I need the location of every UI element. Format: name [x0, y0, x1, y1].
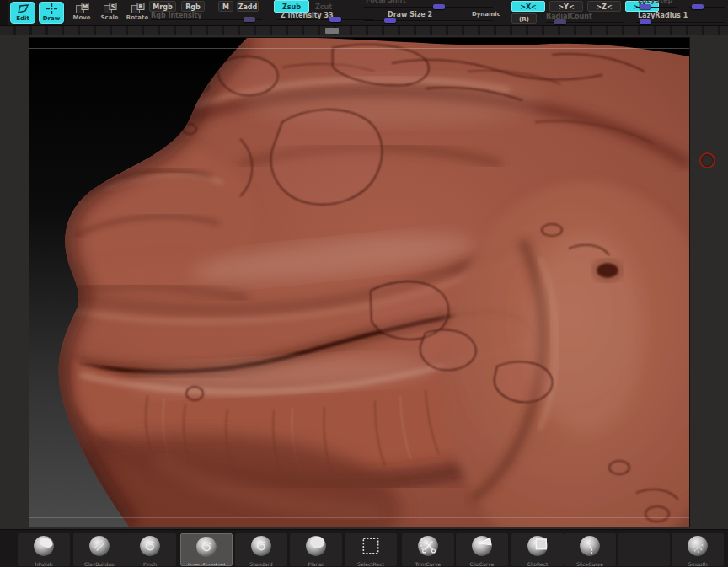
brush-label: Dam_Standard — [188, 562, 225, 565]
sphere-swirl-icon — [139, 535, 161, 560]
rgb-intensity-slider[interactable] — [151, 19, 262, 21]
sphere-swirl-icon — [250, 535, 272, 560]
lazy-step-slider[interactable] — [636, 7, 677, 8]
radial-count-label: RadialCount — [546, 13, 592, 20]
top-toolbar: Edit Draw M Move S Scale R — [0, 0, 728, 25]
brush-label: ClayBuildup — [84, 561, 115, 566]
lazy-extra-slider[interactable] — [689, 7, 725, 8]
focal-shift-slider[interactable] — [364, 7, 493, 8]
sphere-clay-icon — [88, 535, 110, 560]
brush-hpolish[interactable]: hPolish — [18, 533, 70, 566]
brush-planar[interactable]: Planar — [290, 533, 342, 566]
sculpt-document[interactable] — [29, 38, 689, 527]
brush-cliprect[interactable]: ClipRect — [511, 533, 564, 566]
focal-shift-label: Focal Shift — [366, 0, 406, 4]
brush-pinch[interactable]: Pinch — [124, 533, 176, 566]
axis-z-button[interactable]: >Z< — [587, 1, 621, 12]
sphere-slice-icon — [579, 535, 601, 560]
lazy-step-thumb[interactable] — [640, 4, 651, 9]
toolbar-left-edge — [0, 0, 8, 25]
rect-dashed-icon — [360, 535, 382, 560]
svg-text:S: S — [110, 3, 115, 10]
dynamic-label[interactable]: Dynamic — [472, 11, 500, 18]
brush-clipcurve[interactable]: ClipCurve — [456, 533, 508, 566]
brush-slicecurve[interactable]: SliceCurve — [564, 533, 616, 566]
mrgb-button[interactable]: Mrgb — [149, 1, 176, 12]
rgb-intensity-label: Rgb Intensity — [151, 12, 202, 19]
tray-empty-slot — [618, 533, 670, 566]
z-intensity-thumb[interactable] — [329, 17, 341, 22]
move-label: Move — [72, 14, 90, 21]
r-button[interactable]: (R) — [511, 13, 537, 24]
edit-icon — [17, 3, 29, 14]
lazy-radius-slider[interactable] — [636, 22, 725, 24]
rgb-button[interactable]: Rgb — [181, 1, 205, 12]
edit-button[interactable]: Edit — [10, 2, 35, 24]
focal-shift-thumb[interactable] — [433, 4, 445, 9]
brush-label: SelectRect — [357, 561, 384, 566]
sculpt-image — [29, 38, 689, 527]
sphere-rough-icon — [687, 535, 709, 560]
sphere-planar-icon — [305, 535, 327, 560]
lazy-radius-thumb[interactable] — [640, 19, 651, 24]
scale-icon: S — [103, 3, 117, 14]
sphere-cut-icon — [33, 535, 55, 560]
m-button[interactable]: M — [218, 1, 233, 12]
sphere-cliprect-icon — [527, 535, 549, 560]
brush-label: Standard — [249, 561, 272, 566]
brush-cursor-ring — [699, 152, 715, 168]
axis-x-button[interactable]: >X< — [511, 1, 545, 12]
draw-button-label: Draw — [43, 15, 60, 22]
brush-selectrect[interactable]: SelectRect — [345, 533, 397, 566]
sphere-clipcurve-icon — [471, 535, 493, 560]
brush-label: TrimCurve — [415, 561, 441, 566]
rotate-label: Rotate — [126, 14, 148, 21]
sphere-scissors-icon — [417, 535, 439, 560]
rgb-intensity-thumb[interactable] — [244, 17, 255, 22]
z-intensity-slider[interactable] — [276, 19, 373, 21]
lazy-extra-thumb[interactable] — [692, 4, 704, 9]
edit-button-label: Edit — [16, 15, 29, 22]
move-icon: M — [75, 3, 89, 14]
draw-size-thumb[interactable] — [384, 18, 396, 23]
zadd-button[interactable]: Zadd — [237, 1, 259, 12]
workspace — [0, 35, 728, 529]
brush-standard[interactable]: Standard — [235, 533, 287, 566]
draw-button[interactable]: Draw — [39, 2, 64, 24]
rotate-icon: R — [131, 3, 145, 14]
brush-trimcurve[interactable]: TrimCurve — [402, 533, 454, 566]
divider-handle[interactable] — [325, 28, 339, 34]
brush-label: SliceCurve — [576, 561, 603, 566]
brush-label: Planar — [308, 561, 324, 566]
brush-claybuildup[interactable]: ClayBuildup — [73, 533, 126, 566]
z-intensity-label: Z Intensity 33 — [281, 12, 334, 19]
brush-label: Pinch — [143, 561, 157, 566]
lazy-radius-label: LazyRadius 1 — [638, 12, 688, 19]
brush-tray: hPolish ClayBuildup Pinch Dam_Standard S… — [0, 529, 728, 567]
zcut-button[interactable]: Zcut — [312, 1, 335, 12]
axis-y-button[interactable]: >Y< — [549, 1, 583, 12]
rotate-button[interactable]: R Rotate — [125, 3, 150, 23]
brush-label: Smooth — [688, 561, 707, 566]
brush-label: hPolish — [35, 561, 52, 566]
radial-count-thumb[interactable] — [554, 19, 566, 24]
move-button[interactable]: M Move — [69, 3, 94, 23]
zsub-button[interactable]: Zsub — [274, 0, 309, 13]
scale-label: Scale — [100, 14, 118, 21]
draw-icon — [46, 3, 58, 14]
brush-dam_standard[interactable]: Dam_Standard — [180, 533, 233, 566]
svg-text:M: M — [82, 3, 87, 10]
svg-text:R: R — [138, 3, 142, 10]
scale-button[interactable]: S Scale — [97, 3, 122, 23]
draw-size-slider[interactable] — [364, 20, 493, 22]
sphere-swirl-icon — [195, 536, 217, 561]
toolbar-divider-strip — [0, 25, 728, 35]
radial-count-slider[interactable] — [546, 22, 624, 24]
brush-label: ClipRect — [527, 561, 549, 566]
brush-label: ClipCurve — [469, 561, 494, 566]
brush-smooth[interactable]: Smooth — [672, 533, 724, 566]
